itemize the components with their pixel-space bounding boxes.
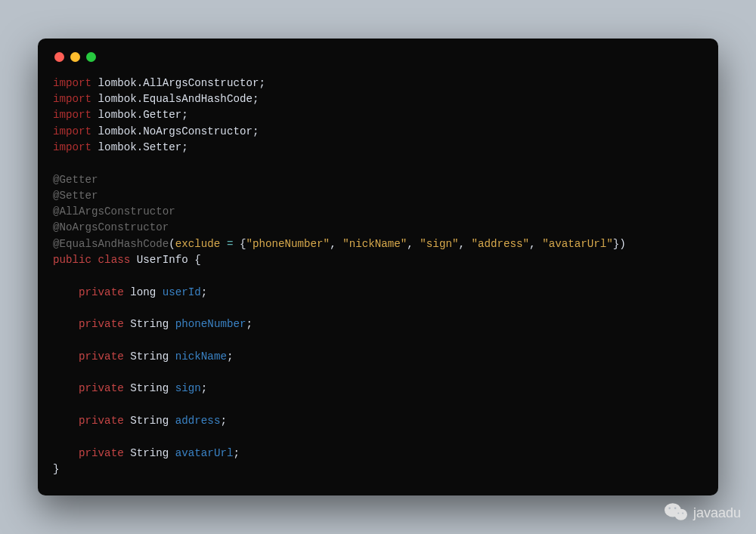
svg-point-5 bbox=[682, 512, 683, 514]
window-titlebar bbox=[53, 52, 703, 62]
field-name: address bbox=[175, 415, 221, 427]
class-name: UserInfo bbox=[137, 254, 188, 266]
import-target: lombok.Setter; bbox=[98, 141, 188, 153]
field-name: avatarUrl bbox=[175, 447, 234, 459]
type: String bbox=[130, 447, 169, 459]
lparen: ( bbox=[169, 238, 175, 250]
keyword-private: private bbox=[79, 415, 124, 427]
field-name: sign bbox=[175, 382, 201, 394]
exclude-val: "phoneNumber" bbox=[246, 238, 330, 250]
keyword-private: private bbox=[79, 318, 124, 330]
code-block: import lombok.AllArgsConstructor; import… bbox=[53, 76, 703, 477]
wechat-icon bbox=[665, 502, 687, 525]
exclude-val: "nickName" bbox=[342, 238, 407, 250]
type: String bbox=[130, 318, 169, 330]
type: String bbox=[130, 415, 169, 427]
exclude-val: "sign" bbox=[420, 238, 458, 250]
annotation-getter: @Getter bbox=[53, 174, 98, 186]
annotation-noargs: @NoArgsConstructor bbox=[53, 221, 169, 233]
keyword-import: import bbox=[53, 109, 91, 121]
code-window: import lombok.AllArgsConstructor; import… bbox=[38, 39, 718, 495]
rparen: ) bbox=[619, 238, 626, 250]
import-target: lombok.Getter; bbox=[98, 109, 188, 121]
watermark: javaadu bbox=[665, 502, 741, 525]
keyword-private: private bbox=[79, 447, 124, 459]
keyword-private: private bbox=[79, 382, 124, 394]
svg-point-2 bbox=[668, 508, 671, 510]
svg-point-4 bbox=[677, 512, 679, 514]
type: String bbox=[130, 350, 169, 363]
keyword-public: public bbox=[53, 254, 91, 266]
type: long bbox=[130, 286, 156, 298]
keyword-import: import bbox=[53, 141, 91, 153]
open-brace: { bbox=[194, 254, 201, 266]
import-target: lombok.EqualsAndHashCode; bbox=[98, 93, 259, 105]
keyword-import: import bbox=[53, 77, 91, 89]
annotation-eqhash: @EqualsAndHashCode bbox=[53, 238, 169, 250]
exclude-param: exclude bbox=[175, 238, 221, 250]
watermark-text: javaadu bbox=[693, 505, 741, 521]
keyword-import: import bbox=[53, 125, 91, 137]
svg-point-1 bbox=[674, 509, 687, 520]
exclude-val: "address" bbox=[471, 238, 529, 250]
field-name: phoneNumber bbox=[175, 318, 246, 330]
maximize-icon[interactable] bbox=[86, 52, 96, 62]
exclude-val: "avatarUrl" bbox=[542, 238, 613, 250]
import-target: lombok.NoArgsConstructor; bbox=[98, 125, 259, 137]
keyword-import: import bbox=[53, 93, 91, 105]
equals-op: = bbox=[220, 238, 240, 250]
field-name: nickName bbox=[175, 350, 227, 363]
keyword-class: class bbox=[98, 254, 131, 266]
svg-point-3 bbox=[674, 508, 677, 510]
type: String bbox=[130, 382, 169, 394]
keyword-private: private bbox=[79, 286, 124, 298]
close-brace: } bbox=[53, 463, 60, 475]
close-icon[interactable] bbox=[54, 52, 64, 62]
annotation-setter: @Setter bbox=[53, 190, 98, 202]
keyword-private: private bbox=[79, 350, 124, 363]
minimize-icon[interactable] bbox=[70, 52, 80, 62]
annotation-allargs: @AllArgsConstructor bbox=[53, 205, 175, 218]
field-name: userId bbox=[163, 286, 201, 298]
import-target: lombok.AllArgsConstructor; bbox=[98, 77, 265, 89]
